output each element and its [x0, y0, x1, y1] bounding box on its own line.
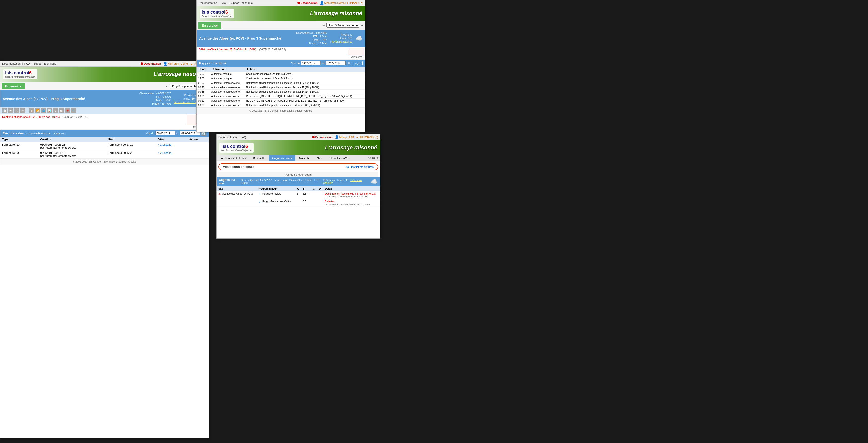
table-row: 01:02 AutomateRemonteeAlerte Notificatio…	[197, 81, 365, 85]
cell-detail[interactable]: > 1 Essai(s)	[156, 142, 187, 150]
deconnexion-dot-w1	[141, 62, 143, 65]
mon-profil-w3[interactable]: 👤 Mon profil(Demo HERNANDEZ)	[335, 135, 378, 139]
logo-text-w1: isis control6	[5, 70, 35, 75]
date-from-w1[interactable]	[155, 131, 175, 135]
cell-utilisateur: AutomateRemonteeAlerte	[210, 99, 244, 103]
cell-prog: 🖨 Prog 1 Gendarmes Ouéva	[256, 199, 295, 207]
support-link-w1[interactable]: Support Technique	[34, 62, 56, 65]
cell-creation: 06/05/2017 00:26:23par AutomateRemonteeA…	[38, 142, 106, 150]
tab-bondoufle[interactable]: Bondoufle	[250, 155, 269, 161]
deconnexion-w3[interactable]: Déconnexion	[312, 136, 332, 139]
cell-utilisateur: AutomateRemonteeAlerte	[210, 103, 244, 108]
col-detail-w3: Détail	[323, 186, 380, 191]
voir-du-label-w1: Voir du	[146, 132, 154, 135]
voir-toutes-w2[interactable]: (Voir toutes)	[198, 55, 363, 58]
cell-action: Notification du débit trop faible du sec…	[245, 103, 365, 108]
tb-icon-1-w1[interactable]: 📄	[2, 108, 7, 113]
prog-prev-w2[interactable]: ←	[322, 23, 326, 27]
previsions-w2: Prévisions Temp. : 19° Prévisions actuel…	[330, 33, 352, 43]
doc-link-w1[interactable]: Documentation	[2, 62, 21, 65]
cell-utilisateur: AutomateRemonteeAlerte	[210, 85, 244, 90]
tickets-title-w3: Vos tickets en cours	[223, 165, 254, 168]
logo-subtitle-w3: Gestion centralisée d'irrigation	[221, 149, 252, 152]
top-bar-w2: Documentation | FAQ | Support Technique …	[197, 0, 365, 6]
doc-link-w2[interactable]: Documentation	[198, 1, 217, 4]
cell-action: Notification du débit trop faible du sec…	[245, 81, 365, 85]
voir-toutes-w1[interactable]: (Voir toutes)	[2, 125, 207, 128]
site-table-container-w3: Site Programmateur A B C D Détail ⚠ Aven…	[217, 186, 380, 207]
cell-b: 3.5	[301, 199, 311, 207]
cell-action	[187, 150, 209, 159]
tb-icon-2-w1[interactable]: 👁	[8, 108, 13, 113]
previsions-link-w1[interactable]: Prévisions actuelles	[174, 101, 196, 104]
tb-icon-8-w1[interactable]: 📊	[47, 108, 52, 113]
tb-icon-6-w1[interactable]: 📶	[35, 108, 40, 113]
tb-icon-9-w1[interactable]: ⚙	[53, 108, 58, 113]
col-a-w3: A	[295, 186, 301, 191]
tb-icon-3-w1[interactable]: 🖨	[14, 108, 19, 113]
cell-detail[interactable]: > 2 Essai(s)	[156, 150, 187, 159]
header-band-w3: isis control6 Gestion centralisée d'irri…	[217, 140, 380, 155]
observations-w2: Observations du 06/05/2017 ETP : 2.6mm T…	[296, 31, 328, 45]
col-etat-w1: Etat	[106, 137, 156, 142]
site-table-element-w3: Site Programmateur A B C D Détail ⚠ Aven…	[217, 186, 380, 207]
user-icon-w1: 👤	[163, 62, 167, 66]
user-icon-w3: 👤	[335, 135, 339, 139]
prog-prev-w1[interactable]: ←	[165, 84, 169, 88]
deconnexion-w2[interactable]: Déconnexion	[297, 1, 317, 4]
comm-options-w1[interactable]: >Options	[53, 132, 64, 135]
cell-b: 3.5 --	[301, 191, 311, 199]
nav-tabs-bar-w3: Anomalies et alertes Bondoufle Cagnes-su…	[217, 155, 380, 161]
blue-title-bar-w1: Avenue des Alpes (ex PCV) - Prog 3 Super…	[0, 91, 209, 107]
tb-icon-11-w1[interactable]: 📌	[65, 108, 70, 113]
rapport-section-header-w2: Rapport d'activité Voir du au Recharger	[197, 60, 365, 67]
support-link-w2[interactable]: Support Technique	[230, 1, 253, 4]
cell-utilisateur: AutomateHydrique	[210, 72, 244, 76]
rapport-date-to-w2[interactable]	[326, 61, 345, 65]
cell-heure: 15:02	[197, 76, 210, 81]
footer-w1: © 2001-2017 ISIS Control - Informations …	[0, 159, 209, 165]
deconnexion-w1[interactable]: Déconnexion	[141, 62, 161, 65]
cell-etat: Terminée à 00:27:12	[106, 142, 156, 150]
cell-action: Notification du débit trop faible du sec…	[245, 85, 365, 90]
faq-link-w2[interactable]: FAQ	[221, 1, 226, 4]
tab-anomalies[interactable]: Anomalies et alertes	[218, 155, 249, 161]
site-name-w3: Cagnes-sur-mer	[219, 178, 241, 185]
recharger-btn-w2[interactable]: Recharger	[346, 61, 363, 65]
mon-profil-w2[interactable]: 👤 Mon profil(Demo HERNANDEZ)	[320, 1, 363, 5]
cell-site: ⚠ Avenue des Alpes (ex PCV)	[217, 191, 256, 199]
voir-clotures-w3[interactable]: Voir les tickets clôturés	[346, 165, 374, 168]
tab-nice[interactable]: Nice	[314, 155, 326, 161]
tab-cagnes[interactable]: Cagnes-sur-mer	[269, 155, 295, 161]
col-action-w2: Action	[245, 67, 365, 72]
faq-link-w1[interactable]: FAQ	[24, 62, 30, 65]
cell-heure: 15:02	[197, 72, 210, 76]
window-bottom-right: Documentation | FAQ Déconnexion 👤 Mon pr…	[216, 134, 380, 239]
previsions-link-w2[interactable]: Prévisions actuelles	[330, 40, 352, 43]
prog-select-w2[interactable]: Prog 3 Supermarché	[327, 23, 359, 28]
deconnexion-dot-w3	[312, 136, 315, 138]
prog-nav-w2[interactable]: ← Prog 3 Supermarché →	[322, 23, 364, 28]
tb-icon-4-w1[interactable]: ✉	[20, 108, 25, 113]
tb-icon-5-w1[interactable]: 📋	[29, 108, 34, 113]
cell-utilisateur: AutomateRemonteeAlerte	[210, 94, 244, 99]
cell-a	[295, 199, 301, 207]
comm-section-header-w1: Résultats des communications >Options Vo…	[0, 129, 209, 137]
top-bar-w1: Documentation | FAQ | Support Technique …	[0, 61, 209, 67]
cell-c	[311, 199, 317, 207]
rapport-table-element-w2: Heure Utilisateur Action 15:02 AutomateH…	[197, 67, 365, 108]
tab-theoule[interactable]: Théoule-sur-Mer	[326, 155, 353, 161]
tb-icon-10-w1[interactable]: 🗂	[59, 108, 64, 113]
col-d-w3: D	[317, 186, 323, 191]
alert-icon: ⚠	[218, 192, 221, 195]
doc-link-w3[interactable]: Documentation	[218, 136, 237, 139]
tb-icon-7-w1[interactable]: 🌐	[41, 108, 46, 113]
col-programmateur-w3: Programmateur	[256, 186, 295, 191]
faq-link-w3[interactable]: FAQ	[241, 136, 246, 139]
prog-next-w2[interactable]: →	[360, 23, 364, 27]
rapport-date-from-w2[interactable]	[301, 61, 320, 65]
tab-marseille[interactable]: Marseille	[296, 155, 313, 161]
cell-type: Fermeture (9)	[0, 150, 38, 159]
tb-icon-12-w1[interactable]: 🔧	[71, 108, 76, 113]
cell-detail: 5 alertes 04/05/2017 11:50:05 au 06/05/2…	[323, 199, 380, 207]
